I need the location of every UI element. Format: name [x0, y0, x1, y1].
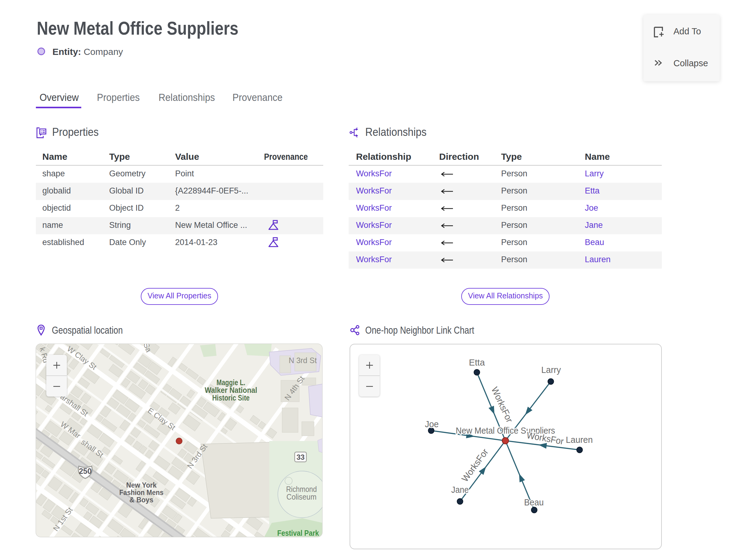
- svg-text:Larry: Larry: [541, 365, 561, 375]
- svg-text:33: 33: [297, 453, 305, 461]
- svg-text:250: 250: [79, 467, 92, 475]
- svg-text:Jane: Jane: [451, 485, 469, 495]
- svg-text:WorksFor: WorksFor: [460, 447, 490, 484]
- svg-text:Etta: Etta: [469, 357, 485, 367]
- svg-text:Lauren: Lauren: [566, 435, 593, 445]
- svg-text:Historic Site: Historic Site: [212, 393, 250, 402]
- svg-text:Joe: Joe: [425, 419, 439, 429]
- svg-text:Beau: Beau: [524, 497, 544, 507]
- svg-text:Coliseum: Coliseum: [286, 492, 316, 501]
- svg-text:N 3rd St: N 3rd St: [289, 356, 317, 365]
- svg-text:New York: New York: [126, 481, 157, 489]
- svg-text:Festival Park: Festival Park: [277, 528, 319, 537]
- svg-text:& Boys: & Boys: [129, 496, 153, 504]
- svg-text:WorksFor: WorksFor: [489, 385, 515, 424]
- svg-text:Fashion Mens: Fashion Mens: [119, 488, 163, 497]
